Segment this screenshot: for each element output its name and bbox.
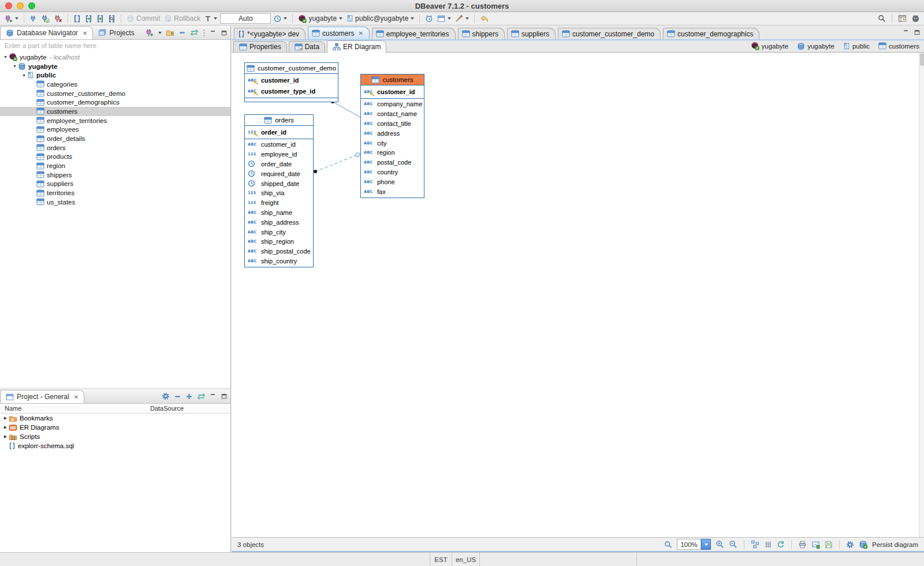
project-item-explorr-schema.sql[interactable]: explorr-schema.sql [0, 441, 230, 450]
sql-editor-button[interactable] [72, 14, 82, 24]
entity-column-employee_id[interactable]: 123employee_id [245, 150, 313, 159]
dbeaver-perspective-button[interactable] [910, 14, 921, 23]
zoom-level-combo[interactable]: 100% [677, 539, 711, 550]
entity-column-freight[interactable]: 123freight [245, 198, 313, 208]
maximize-view-icon[interactable] [221, 29, 228, 36]
zoom-level-value[interactable]: 100% [677, 539, 701, 550]
tree-item-employee_territories[interactable]: employee_territories [0, 116, 230, 125]
close-icon[interactable]: ✕ [358, 30, 363, 36]
active-schema-combo[interactable]: public@yugabyte [345, 14, 415, 23]
editor-tab-shippers[interactable]: shippers [458, 28, 505, 39]
project-item-Scripts[interactable]: ▶Scripts [0, 432, 230, 441]
entity-column-order_date[interactable]: order_date [245, 159, 313, 169]
tree-item-yugabyte[interactable]: ▼yugabyte- localhost [0, 53, 230, 62]
subtab-data[interactable]: Data [289, 41, 325, 52]
toggle-grid-icon[interactable] [764, 541, 772, 549]
persist-diagram-icon[interactable] [859, 540, 867, 549]
entity-customer_customer_demo[interactable]: customer_customer_demoABCcustomer_idABCc… [244, 62, 338, 102]
entity-column-region[interactable]: ABCregion [361, 148, 424, 158]
editor-tab--yugabyte-dev[interactable]: *<yugabyte> dev [234, 28, 305, 39]
persist-diagram-label[interactable]: Persist diagram [872, 541, 918, 548]
entity-column-ship_via[interactable]: 123ship_via [245, 188, 313, 198]
expander-icon[interactable]: ▶ [2, 425, 9, 430]
er-diagram-canvas[interactable]: customer_customer_demoABCcustomer_idABCc… [232, 53, 924, 537]
collapse-all-icon[interactable] [178, 29, 186, 36]
subtab-er-diagram[interactable]: ER Diagram [327, 40, 386, 53]
maximize-editor-icon[interactable] [914, 29, 921, 36]
expander-icon[interactable]: ▶ [2, 416, 9, 420]
entity-column-city[interactable]: ABCcity [361, 138, 424, 148]
entity-column-address[interactable]: ABCaddress [361, 128, 424, 138]
tree-item-region[interactable]: region [0, 161, 230, 170]
tree-item-customer_customer_demo[interactable]: customer_customer_demo [0, 89, 230, 98]
entity-header[interactable]: orders [245, 115, 313, 126]
open-perspective-button[interactable] [897, 14, 908, 23]
expander-icon[interactable]: ▶ [2, 434, 9, 439]
editor-tab-customer-customer-demo[interactable]: customer_customer_demo [558, 28, 661, 39]
back-button[interactable] [479, 14, 490, 23]
entity-column-customer_id[interactable]: ABCcustomer_id [361, 86, 424, 97]
subtab-properties[interactable]: Properties [233, 41, 287, 52]
tab-projects[interactable]: Projects [93, 26, 139, 39]
view-menu-icon[interactable] [203, 29, 206, 37]
entity-column-ship_name[interactable]: ABCship_name [245, 208, 313, 218]
layout-button[interactable] [436, 14, 452, 23]
active-connection-combo[interactable]: yugabyte [297, 14, 344, 24]
entity-column-ship_city[interactable]: ABCship_city [245, 227, 313, 237]
entity-column-order_id[interactable]: 123order_id [245, 126, 313, 137]
diagram-settings-icon[interactable] [846, 541, 854, 549]
maximize-view-icon[interactable] [221, 393, 228, 400]
close-icon[interactable]: ✕ [74, 394, 79, 400]
editor-tab-suppliers[interactable]: suppliers [507, 28, 556, 39]
editor-tab-employee-territories[interactable]: employee_territories [372, 28, 456, 39]
close-icon[interactable]: ✕ [83, 30, 87, 36]
settings-gear-icon[interactable] [162, 392, 170, 400]
link-editor-icon[interactable] [190, 29, 199, 36]
entity-column-company_name[interactable]: ABCcompany_name [361, 99, 424, 109]
link-editor-icon[interactable] [197, 393, 206, 400]
connect-button[interactable] [28, 14, 38, 24]
minimize-view-icon[interactable] [210, 393, 217, 400]
zoom-dropdown-button[interactable] [701, 539, 711, 550]
entity-column-required_date[interactable]: required_date [245, 169, 313, 178]
close-window-button[interactable] [5, 2, 12, 9]
zoom-in-icon[interactable] [716, 540, 724, 549]
tree-item-orders[interactable]: orders [0, 143, 230, 152]
column-header-datasource[interactable]: DataSource [150, 405, 184, 412]
entity-header[interactable]: customers [361, 75, 424, 85]
expander-icon[interactable]: ▼ [12, 64, 18, 68]
commit-button[interactable]: Commit [125, 14, 161, 23]
entity-column-customer_id[interactable]: ABCcustomer_id [245, 140, 313, 150]
entity-column-country[interactable]: ABCcountry [361, 167, 424, 177]
breadcrumb-item-yugabyte[interactable]: yugabyte [797, 42, 834, 50]
appearance-button[interactable] [454, 14, 470, 23]
tree-item-suppliers[interactable]: suppliers [0, 180, 230, 189]
save-icon[interactable] [825, 541, 833, 549]
tree-item-territories[interactable]: territories [0, 188, 230, 198]
tree-item-yugabyte[interactable]: ▼yugabyte [0, 62, 230, 71]
new-connection-icon[interactable] [145, 28, 154, 37]
auto-layout-icon[interactable] [751, 540, 759, 549]
new-connection-button[interactable] [3, 14, 20, 24]
table-filter-input[interactable] [0, 40, 230, 51]
expander-icon[interactable]: ▼ [21, 73, 27, 77]
minimize-window-button[interactable] [17, 2, 24, 9]
editor-tab-customer-demographics[interactable]: customer_demographics [663, 28, 759, 39]
tree-item-employees[interactable]: employees [0, 125, 230, 135]
project-item-ER Diagrams[interactable]: ▶ER Diagrams [0, 423, 230, 432]
vertical-scrollbar[interactable] [919, 53, 924, 537]
entity-column-contact_name[interactable]: ABCcontact_name [361, 109, 424, 119]
collapse-all-icon[interactable] [174, 393, 181, 400]
breadcrumb-item-customers[interactable]: customers [878, 42, 919, 50]
expand-all-icon[interactable] [185, 393, 193, 400]
tree-item-us_states[interactable]: us_states [0, 198, 230, 207]
expander-icon[interactable]: ▼ [2, 55, 9, 59]
entity-orders[interactable]: orders123order_idABCcustomer_id123employ… [244, 114, 314, 267]
commit-mode-combo[interactable]: Auto [220, 13, 271, 24]
entity-column-ship_address[interactable]: ABCship_address [245, 217, 313, 227]
tree-item-categories[interactable]: categories [0, 80, 230, 89]
tab-project-general[interactable]: Project - General ✕ [0, 390, 84, 403]
editor-tab-customers[interactable]: customers✕ [308, 27, 370, 39]
transaction-log-button[interactable] [273, 14, 288, 23]
export-image-icon[interactable] [811, 541, 820, 549]
